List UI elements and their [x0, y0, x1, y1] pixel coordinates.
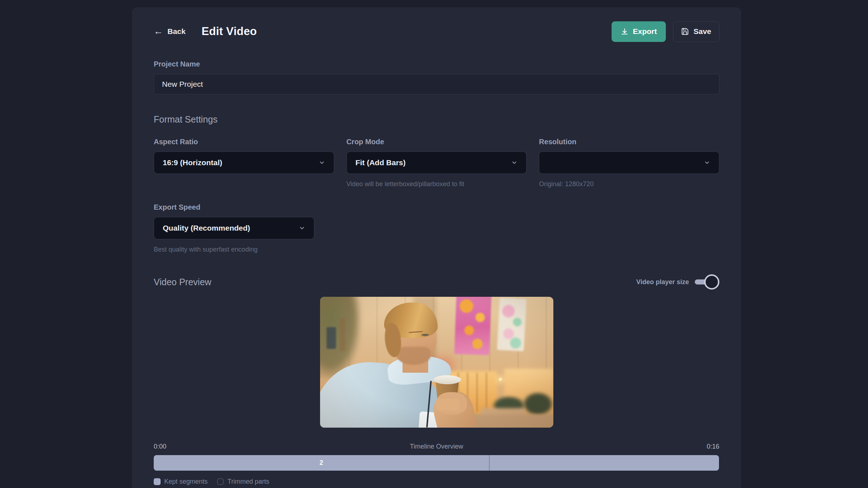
- arrow-left-icon: ←: [154, 26, 163, 36]
- chevron-down-icon: [299, 225, 305, 231]
- resolution-label: Resolution: [539, 138, 719, 146]
- aspect-ratio-select[interactable]: 16:9 (Horizontal): [154, 151, 334, 174]
- resolution-helper: Original: 1280x720: [539, 180, 719, 188]
- chevron-down-icon: [511, 159, 518, 166]
- back-button[interactable]: ← Back: [154, 27, 186, 36]
- timeline-legend: Kept segments Trimmed parts: [154, 478, 719, 485]
- timeline-title: Timeline Overview: [166, 443, 707, 450]
- slider-thumb[interactable]: [704, 274, 719, 290]
- save-label: Save: [693, 27, 711, 36]
- export-speed-value: Quality (Recommended): [163, 224, 250, 232]
- crop-mode-field: Crop Mode Fit (Add Bars) Video will be l…: [346, 138, 527, 188]
- player-size-control: Video player size: [636, 274, 719, 290]
- video-player[interactable]: [320, 297, 553, 428]
- resolution-field: Resolution Original: 1280x720: [539, 138, 719, 188]
- crop-mode-label: Crop Mode: [346, 138, 527, 146]
- timeline-segment[interactable]: [489, 455, 719, 471]
- crop-mode-value: Fit (Add Bars): [356, 158, 406, 167]
- format-settings-grid: Aspect Ratio 16:9 (Horizontal) Crop Mode…: [154, 138, 719, 188]
- timeline-end-time: 0:16: [707, 443, 719, 450]
- player-size-slider[interactable]: [695, 274, 719, 290]
- kept-segments-label: Kept segments: [164, 478, 208, 485]
- chevron-down-icon: [319, 159, 325, 166]
- segment-label: 2: [319, 459, 323, 467]
- floppy-disk-icon: [681, 27, 689, 35]
- timeline-overview-bar[interactable]: 2: [154, 455, 719, 471]
- export-speed-select[interactable]: Quality (Recommended): [154, 217, 314, 239]
- aspect-ratio-field: Aspect Ratio 16:9 (Horizontal): [154, 138, 334, 188]
- trimmed-parts-label: Trimmed parts: [227, 478, 269, 485]
- scene-vignette: [320, 297, 553, 428]
- chevron-down-icon: [704, 159, 710, 166]
- export-speed-helper: Best quality with superfast encoding: [154, 246, 314, 253]
- player-size-label: Video player size: [636, 278, 689, 286]
- video-preview-title: Video Preview: [154, 277, 211, 287]
- project-name-label: Project Name: [154, 60, 719, 68]
- trimmed-parts-swatch: [217, 478, 224, 485]
- crop-mode-helper: Video will be letterboxed/pillarboxed to…: [346, 180, 527, 188]
- project-name-input[interactable]: [154, 74, 719, 94]
- header: ← Back Edit Video Export: [154, 21, 719, 42]
- aspect-ratio-label: Aspect Ratio: [154, 138, 334, 146]
- export-button[interactable]: Export: [612, 21, 666, 42]
- edit-video-panel: ← Back Edit Video Export: [132, 8, 741, 488]
- export-label: Export: [633, 27, 657, 36]
- aspect-ratio-value: 16:9 (Horizontal): [163, 158, 222, 167]
- export-speed-label: Export Speed: [154, 203, 719, 211]
- back-label: Back: [167, 27, 186, 36]
- aspect-ratio-helper: [154, 180, 334, 188]
- timeline-start-time: 0:00: [154, 443, 166, 450]
- download-icon: [621, 27, 629, 35]
- video-preview-wrap: [154, 297, 719, 428]
- header-actions: Export Save: [612, 21, 719, 42]
- legend-kept-segments: Kept segments: [154, 478, 208, 485]
- preview-header: Video Preview Video player size: [154, 274, 719, 290]
- kept-segments-swatch: [154, 478, 161, 485]
- export-speed-field: Export Speed Quality (Recommended) Best …: [154, 203, 719, 253]
- save-button[interactable]: Save: [673, 21, 719, 42]
- legend-trimmed-parts: Trimmed parts: [217, 478, 269, 485]
- page-title: Edit Video: [201, 25, 257, 38]
- timeline-segment[interactable]: 2: [154, 455, 489, 471]
- crop-mode-select[interactable]: Fit (Add Bars): [346, 151, 527, 174]
- timeline-labels: 0:00 Timeline Overview 0:16: [154, 443, 719, 450]
- resolution-select[interactable]: [539, 151, 719, 174]
- format-settings-title: Format Settings: [154, 114, 719, 125]
